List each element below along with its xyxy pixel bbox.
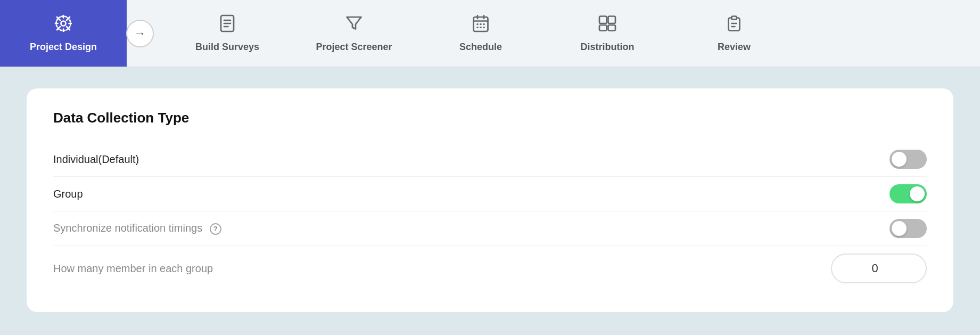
nav-item-label-build-surveys: Build Surveys [195, 42, 259, 53]
group-toggle[interactable] [890, 184, 927, 203]
setting-row-sync-notifications: Synchronize notification timings ? [53, 211, 927, 246]
sync-help-icon: ? [210, 223, 221, 235]
nav-item-label-project-design: Project Design [30, 42, 97, 53]
nav-item-label-review: Review [718, 42, 751, 53]
sync-notifications-label: Synchronize notification timings ? [53, 222, 221, 235]
compass-drafting-icon [54, 14, 73, 37]
group-label: Group [53, 188, 83, 200]
svg-rect-25 [608, 25, 616, 31]
group-members-label: How many member in each group [53, 263, 213, 275]
setting-row-group-members: How many member in each group [53, 246, 927, 291]
nav-item-distribution[interactable]: Distribution [544, 0, 671, 67]
svg-rect-24 [599, 25, 607, 31]
nav-bar: Project Design → Build Surveys Project S… [0, 0, 980, 67]
svg-rect-23 [608, 17, 616, 24]
nav-item-schedule[interactable]: Schedule [417, 0, 544, 67]
nav-item-project-design[interactable]: Project Design [0, 0, 127, 67]
svg-rect-19 [477, 27, 479, 28]
card-title: Data Collection Type [53, 110, 927, 126]
nav-item-label-distribution: Distribution [581, 42, 635, 53]
svg-rect-18 [483, 23, 485, 25]
nav-arrow-button-container: → [121, 20, 159, 47]
svg-rect-20 [480, 27, 482, 28]
funnel-icon [344, 14, 364, 37]
nav-item-label-project-screener: Project Screener [316, 42, 392, 53]
group-toggle-thumb [910, 186, 925, 201]
individual-toggle[interactable] [890, 150, 927, 169]
individual-label: Individual(Default) [53, 153, 139, 166]
svg-rect-26 [732, 17, 737, 20]
svg-point-0 [61, 21, 66, 26]
svg-rect-21 [483, 27, 485, 28]
distribution-box-icon [598, 14, 617, 37]
nav-arrow-button[interactable]: → [126, 20, 154, 47]
sync-notifications-toggle[interactable] [890, 219, 927, 238]
main-content: Data Collection Type Individual(Default)… [0, 67, 980, 333]
svg-rect-16 [477, 23, 479, 25]
svg-rect-17 [480, 23, 482, 25]
nav-item-build-surveys[interactable]: Build Surveys [164, 0, 291, 67]
nav-item-review[interactable]: Review [671, 0, 797, 67]
group-members-input[interactable] [831, 254, 927, 283]
individual-toggle-thumb [892, 152, 907, 167]
setting-row-individual: Individual(Default) [53, 142, 927, 177]
nav-item-project-screener[interactable]: Project Screener [291, 0, 417, 67]
document-lines-icon [218, 14, 237, 37]
clipboard-list-icon [724, 14, 744, 37]
sync-toggle-thumb [892, 221, 907, 236]
data-collection-card: Data Collection Type Individual(Default)… [27, 88, 953, 312]
setting-row-group: Group [53, 177, 927, 211]
nav-item-label-schedule: Schedule [459, 42, 502, 53]
arrow-right-icon: → [134, 27, 146, 40]
calendar-grid-icon [471, 14, 490, 37]
svg-rect-22 [599, 17, 607, 24]
